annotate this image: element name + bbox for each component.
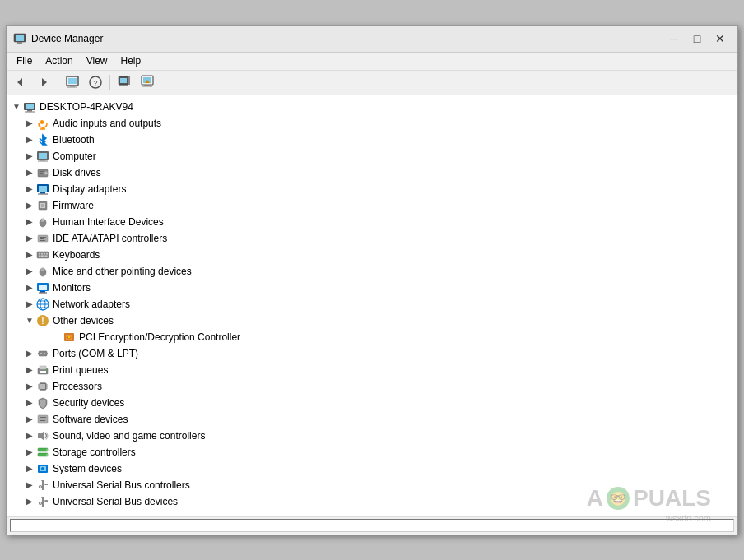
svg-rect-42 <box>40 173 43 174</box>
tree-item-audio[interactable]: ▶ Audio inputs and outputs <box>7 115 737 132</box>
system-icon <box>36 462 49 475</box>
software-expand-icon[interactable]: ▶ <box>23 413 36 426</box>
menu-view[interactable]: View <box>80 53 114 68</box>
svg-rect-24 <box>25 111 35 112</box>
toolbar: ? <box>7 71 737 95</box>
computer-icon <box>36 150 49 163</box>
svg-rect-110 <box>40 420 45 421</box>
close-button[interactable]: ✕ <box>709 30 731 48</box>
monitors-icon <box>36 281 49 294</box>
ide-icon <box>36 232 49 245</box>
device-manager-window: Device Manager ─ □ ✕ File Action View He… <box>6 25 738 535</box>
hid-icon <box>36 215 49 229</box>
window-icon <box>13 32 26 45</box>
tree-item-computer[interactable]: ▶ Computer <box>7 148 737 164</box>
network-expand-icon[interactable]: ▶ <box>23 298 36 311</box>
menu-action[interactable]: Action <box>39 53 79 68</box>
mice-label: Mice and other pointing devices <box>53 266 192 277</box>
device-tree: ▼ DESKTOP-4RAKV94 ▶ <box>7 95 737 513</box>
audio-expand-icon[interactable]: ▶ <box>23 117 36 130</box>
processors-expand-icon[interactable]: ▶ <box>23 380 36 393</box>
svg-rect-41 <box>40 171 44 172</box>
tree-item-software[interactable]: ▶ Software devices <box>7 411 737 428</box>
minimize-button[interactable]: ─ <box>663 30 685 48</box>
svg-point-53 <box>42 218 44 220</box>
tree-item-monitors[interactable]: ▶ Monitors <box>7 280 737 296</box>
svg-marker-127 <box>41 497 44 499</box>
tree-item-disk[interactable]: ▶ Disk drives <box>7 164 737 181</box>
tree-item-pci[interactable]: ▶ PCI Encryption/Decryption Controller <box>7 329 737 345</box>
usb-devices-expand-icon[interactable]: ▶ <box>23 495 36 508</box>
disk-expand-icon[interactable]: ▶ <box>23 166 36 179</box>
mice-expand-icon[interactable]: ▶ <box>23 265 36 278</box>
other-expand-icon[interactable]: ▼ <box>23 314 36 327</box>
tree-item-keyboard[interactable]: ▶ Keyboards <box>7 247 737 263</box>
tree-item-ports[interactable]: ▶ Ports (COM & LPT) <box>7 345 737 362</box>
tree-item-hid[interactable]: ▶ Human Interface Devices <box>7 214 737 230</box>
keyboard-expand-icon[interactable]: ▶ <box>23 248 36 261</box>
svg-rect-65 <box>45 255 48 257</box>
hid-expand-icon[interactable]: ▶ <box>23 215 36 229</box>
menu-help[interactable]: Help <box>114 53 148 68</box>
sound-icon <box>36 429 49 442</box>
toolbar-forward[interactable] <box>33 72 54 92</box>
firmware-expand-icon[interactable]: ▶ <box>23 199 36 212</box>
svg-point-92 <box>45 369 47 371</box>
svg-rect-63 <box>39 255 40 257</box>
tree-item-usb-devices[interactable]: ▶ Universal Serial Bus devices <box>7 493 737 510</box>
monitors-expand-icon[interactable]: ▶ <box>23 281 36 294</box>
system-expand-icon[interactable]: ▶ <box>23 462 36 475</box>
tree-item-bluetooth[interactable]: ▶ Bluetooth <box>7 132 737 148</box>
svg-rect-94 <box>40 384 45 389</box>
svg-marker-121 <box>41 480 44 483</box>
tree-item-ide[interactable]: ▶ IDE ATA/ATAPI controllers <box>7 230 737 247</box>
storage-expand-icon[interactable]: ▶ <box>23 446 36 459</box>
svg-point-86 <box>44 353 45 354</box>
maximize-button[interactable]: □ <box>686 30 708 48</box>
toolbar-properties[interactable] <box>62 72 83 92</box>
toolbar-update[interactable] <box>137 72 158 92</box>
content-area[interactable]: ▼ DESKTOP-4RAKV94 ▶ <box>7 95 737 516</box>
print-expand-icon[interactable]: ▶ <box>23 363 36 377</box>
tree-item-sound[interactable]: ▶ Sound, video and game controllers <box>7 428 737 444</box>
usb-devices-icon <box>36 495 49 508</box>
toolbar-sep-2 <box>109 75 110 90</box>
svg-rect-19 <box>142 86 152 87</box>
toolbar-scan[interactable] <box>114 72 135 92</box>
computer-label: Computer <box>53 150 96 162</box>
tree-item-security[interactable]: ▶ Security devices <box>7 395 737 411</box>
toolbar-back[interactable] <box>10 72 31 92</box>
tree-item-print[interactable]: ▶ Print queues <box>7 362 737 378</box>
tree-item-display[interactable]: ▶ Display adapters <box>7 181 737 197</box>
tree-item-other[interactable]: ▼ ! Other devices <box>7 312 737 329</box>
svg-rect-88 <box>47 353 49 354</box>
sound-expand-icon[interactable]: ▶ <box>23 429 36 442</box>
toolbar-help[interactable]: ? <box>85 72 106 92</box>
ide-expand-icon[interactable]: ▶ <box>23 232 36 245</box>
usb-controllers-expand-icon[interactable]: ▶ <box>23 479 36 492</box>
status-text <box>10 519 734 532</box>
computer-expand-icon[interactable]: ▶ <box>23 150 36 163</box>
tree-item-processors[interactable]: ▶ <box>7 378 737 395</box>
storage-label: Storage controllers <box>53 447 136 458</box>
svg-rect-44 <box>39 186 47 192</box>
tree-item-mice[interactable]: ▶ Mice and other pointing devices <box>7 263 737 280</box>
tree-item-network[interactable]: ▶ Network adapters <box>7 296 737 312</box>
tree-item-firmware[interactable]: ▶ Firmware <box>7 197 737 214</box>
tree-item-storage[interactable]: ▶ Storage controllers <box>7 444 737 460</box>
tree-root[interactable]: ▼ DESKTOP-4RAKV94 <box>7 99 737 115</box>
svg-rect-109 <box>40 419 44 419</box>
ports-expand-icon[interactable]: ▶ <box>23 347 36 360</box>
svg-rect-61 <box>44 253 45 255</box>
storage-icon <box>36 446 49 459</box>
tree-item-system[interactable]: ▶ System devices <box>7 460 737 477</box>
tree-item-usb-controllers[interactable]: ▶ Universal Serial Bus controllers <box>7 477 737 493</box>
audio-icon <box>36 117 49 130</box>
window-title: Device Manager <box>31 33 663 44</box>
bluetooth-expand-icon[interactable]: ▶ <box>23 133 36 146</box>
menu-file[interactable]: File <box>10 53 39 68</box>
print-icon <box>36 363 49 377</box>
security-expand-icon[interactable]: ▶ <box>23 396 36 410</box>
display-expand-icon[interactable]: ▶ <box>23 183 36 196</box>
root-expand-icon[interactable]: ▼ <box>10 100 23 113</box>
